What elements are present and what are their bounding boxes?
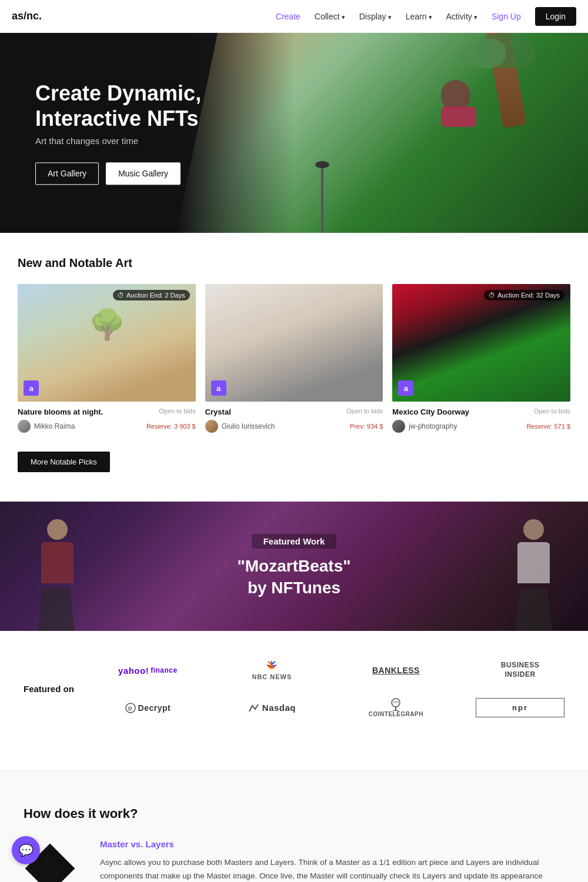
async-badge-0: a	[24, 380, 39, 396]
how-description: Async allows you to purchase both Master…	[100, 856, 564, 882]
artist-avatar-2	[392, 420, 405, 433]
art-card-2[interactable]: ⏱ Auction End: 32 Days a Mexico City Doo…	[392, 284, 570, 433]
svg-text:D: D	[128, 706, 132, 711]
artist-name-1: Giulio Iurissevich	[222, 422, 275, 430]
how-section: How does it work? Master vs. Layers Asyn…	[0, 770, 588, 882]
press-logo-bankless: BANKLESS	[352, 660, 440, 680]
nav-links: Create Collect Display Learn Activity Si…	[276, 7, 576, 26]
how-sub-title: Master vs. Layers	[100, 839, 564, 849]
art-price-1: Prev: 934 $	[350, 423, 383, 430]
art-status-2: Open to bids	[534, 407, 570, 415]
nav-display[interactable]: Display	[359, 12, 392, 21]
how-content: Master vs. Layers Async allows you to pu…	[24, 839, 564, 882]
clock-icon-2: ⏱	[489, 292, 495, 299]
svg-rect-9	[392, 701, 399, 703]
auction-text-2: Auction End: 32 Days	[497, 292, 560, 299]
how-text-section: Master vs. Layers Async allows you to pu…	[100, 839, 564, 882]
art-title-0: Nature blooms at night.	[18, 407, 103, 416]
art-artist-0: Mikko Raima	[18, 420, 75, 433]
featured-label: Featured Work	[252, 534, 337, 549]
art-gallery-button[interactable]: Art Gallery	[35, 163, 99, 185]
press-logo-business: BUSINESSINSIDER	[476, 660, 564, 680]
chat-icon: 💬	[19, 843, 34, 857]
more-notable-button[interactable]: More Notable Picks	[18, 452, 110, 472]
art-status-1: Open to bids	[346, 407, 383, 415]
hero-section: Create Dynamic,Interactive NFTs Art that…	[0, 33, 588, 233]
login-button[interactable]: Login	[535, 7, 576, 26]
chat-button[interactable]: 💬	[12, 836, 40, 864]
press-logo-yahoo: yahoo! finance	[103, 660, 192, 680]
nav-activity[interactable]: Activity	[446, 12, 477, 21]
nbc-peacock-icon	[263, 660, 280, 673]
auction-badge-0: ⏱ Auction End: 2 Days	[113, 290, 190, 300]
async-badge-1: a	[211, 380, 226, 396]
featured-work-title: "MozartBeats"by NFTunes	[237, 556, 350, 599]
art-card-0[interactable]: ⏱ Auction End: 2 Days a Nature blooms at…	[18, 284, 196, 433]
art-title-2: Mexico City Doorway	[392, 407, 469, 416]
press-logo-nasdaq: Nasdaq	[228, 698, 316, 717]
art-info-row-2: Mexico City Doorway Open to bids	[392, 407, 570, 416]
cointelegraph-icon	[387, 698, 405, 711]
nav-learn[interactable]: Learn	[406, 12, 432, 21]
nav-create[interactable]: Create	[276, 12, 300, 21]
press-label-row: Featured on yahoo! finance NBC NEWS BANK…	[24, 660, 564, 717]
art-info-row-0: Nature blooms at night. Open to bids	[18, 407, 196, 416]
hero-subtitle: Art that changes over time	[35, 136, 201, 146]
notable-title: New and Notable Art	[18, 256, 570, 270]
nav-signup[interactable]: Sign Up	[492, 12, 521, 21]
art-artist-row-0: Mikko Raima Reserve: 3 903 $	[18, 420, 196, 433]
auction-badge-2: ⏱ Auction End: 32 Days	[484, 290, 564, 300]
press-logo-nbc: NBC NEWS	[228, 660, 316, 680]
site-logo[interactable]: as/nc.	[12, 10, 42, 22]
art-grid: ⏱ Auction End: 2 Days a Nature blooms at…	[18, 284, 570, 433]
art-price-2: Reserve: 571 $	[526, 423, 570, 430]
art-image-1: a	[205, 284, 383, 402]
press-label: Featured on	[24, 684, 74, 694]
artist-avatar-1	[205, 420, 218, 433]
auction-text-0: Auction End: 2 Days	[126, 292, 185, 299]
press-logo-decrypt: D Decrypt	[103, 698, 192, 717]
async-badge-2: a	[398, 380, 413, 396]
press-logos-grid: yahoo! finance NBC NEWS BANKLESS BUSINES…	[103, 660, 564, 717]
art-artist-row-1: Giulio Iurissevich Prev: 934 $	[205, 420, 383, 433]
clock-icon: ⏱	[118, 292, 124, 299]
featured-section: Featured Work "MozartBeats"by NFTunes	[0, 502, 588, 631]
art-artist-2: jw-photography	[392, 420, 457, 433]
art-artist-row-2: jw-photography Reserve: 571 $	[392, 420, 570, 433]
artist-name-0: Mikko Raima	[34, 422, 75, 430]
nav-collect[interactable]: Collect	[315, 12, 345, 21]
press-logo-cointelegraph: COINTELEGRAPH	[352, 698, 440, 717]
art-status-0: Open to bids	[159, 407, 195, 415]
art-info-row-1: Crystal Open to bids	[205, 407, 383, 416]
navbar: as/nc. Create Collect Display Learn Acti…	[0, 0, 588, 33]
featured-overlay: Featured Work "MozartBeats"by NFTunes	[0, 502, 588, 631]
press-logo-npr: npr	[476, 698, 564, 717]
how-title: How does it work?	[24, 806, 564, 821]
artist-avatar-0	[18, 420, 31, 433]
notable-art-section: New and Notable Art ⏱ Auction End: 2 Day…	[0, 233, 588, 502]
artist-name-2: jw-photography	[409, 422, 457, 430]
decrypt-icon: D	[125, 703, 136, 713]
art-card-1[interactable]: a Crystal Open to bids Giulio Iurissevic…	[205, 284, 383, 433]
art-image-0: ⏱ Auction End: 2 Days a	[18, 284, 196, 402]
hero-title: Create Dynamic,Interactive NFTs	[35, 81, 201, 131]
art-price-0: Reserve: 3 903 $	[146, 423, 196, 430]
nasdaq-icon	[248, 703, 260, 713]
art-title-1: Crystal	[205, 407, 231, 416]
art-image-2: ⏱ Auction End: 32 Days a	[392, 284, 570, 402]
press-section: Featured on yahoo! finance NBC NEWS BANK…	[0, 631, 588, 770]
music-gallery-button[interactable]: Music Gallery	[106, 163, 181, 185]
hero-buttons: Art Gallery Music Gallery	[35, 163, 201, 185]
art-artist-1: Giulio Iurissevich	[205, 420, 275, 433]
hero-content: Create Dynamic,Interactive NFTs Art that…	[35, 81, 201, 185]
